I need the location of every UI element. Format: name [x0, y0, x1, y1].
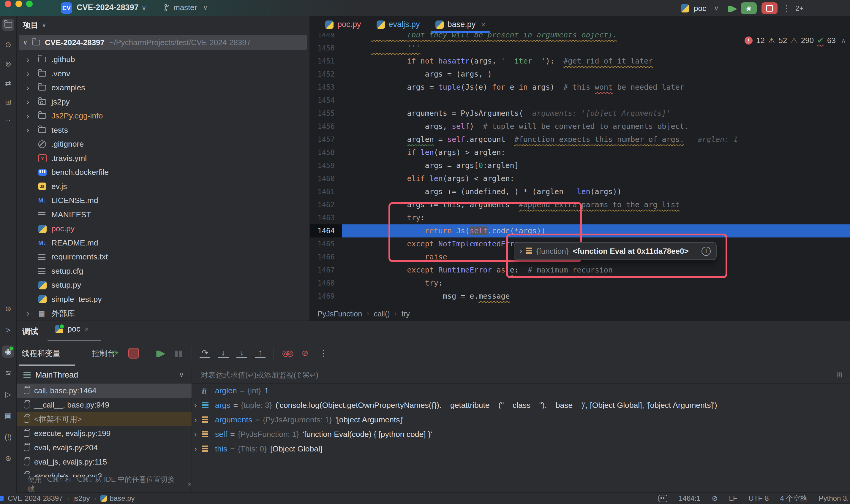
debug-button[interactable]: ◉	[741, 2, 757, 14]
code-line[interactable]: 1454	[310, 94, 850, 107]
tree-item[interactable]: bench.dockerfile	[16, 165, 309, 180]
tree-item[interactable]: M↓README.md	[16, 236, 309, 250]
file-encoding[interactable]: UTF-8	[749, 494, 769, 503]
chevron-collapsed-icon[interactable]: ›	[26, 125, 38, 135]
tree-item[interactable]: ›.github	[16, 53, 309, 67]
variable-row[interactable]: ›this={This: 0}[Object Global]	[192, 442, 850, 456]
run-tool-button[interactable]: ▷	[2, 388, 14, 400]
rerun-button[interactable]: ⟳	[110, 348, 121, 359]
close-icon[interactable]: ×	[481, 20, 485, 29]
more-tool-button[interactable]: ··	[2, 114, 14, 126]
code-line[interactable]: 1460 elif len(args) < arglen:	[310, 172, 850, 185]
close-icon[interactable]: ×	[188, 480, 192, 488]
line-number[interactable]: 1451	[310, 55, 342, 68]
panel-layout-icon[interactable]: ⊞	[836, 371, 842, 379]
tree-item[interactable]: ›js2py	[16, 95, 309, 109]
collapse-icon[interactable]: ∧	[841, 37, 846, 44]
status-path-item[interactable]: CVE-2024-28397	[8, 494, 63, 503]
line-number[interactable]: 1467	[310, 264, 342, 277]
tree-item[interactable]: .gitignore	[16, 137, 309, 151]
highlighting-off-icon[interactable]: ⊘	[712, 494, 718, 503]
more-actions-button[interactable]: ⋮	[782, 3, 791, 13]
code-line[interactable]: 1459 args = args[0:arglen]	[310, 159, 850, 172]
tree-item[interactable]: MANIFEST	[16, 208, 309, 222]
code-line[interactable]: 1461 args += (undefined, ) * (arglen - l…	[310, 185, 850, 198]
debug-tool-button[interactable]: ◉	[2, 345, 14, 358]
tab-threads-variables[interactable]: 线程和变量	[22, 341, 60, 365]
tab-base-py[interactable]: base.py×	[428, 16, 493, 33]
tree-item[interactable]: setup.py	[16, 278, 309, 292]
vcs-update-tool-button[interactable]: ⇄	[2, 77, 14, 89]
run-configuration[interactable]: poc	[694, 4, 706, 13]
pause-button[interactable]: ▮▮	[173, 348, 184, 359]
resume-program-button[interactable]: ▮▶	[728, 4, 736, 13]
tab-poc-py[interactable]: poc.py	[318, 16, 369, 33]
expand-chevron-icon[interactable]: ›	[192, 415, 202, 425]
structure-tool-button[interactable]: ⊞	[2, 96, 14, 108]
project-tool-button[interactable]	[2, 19, 14, 31]
project-panel-header[interactable]: 项目 ∨	[16, 16, 309, 34]
code-line[interactable]: 1456 args, self) # tuple will be convert…	[310, 120, 850, 133]
breadcrumb-item[interactable]: PyJsFunction	[318, 310, 362, 318]
line-number[interactable]: 1452	[310, 68, 342, 81]
caret-position[interactable]: 1464:1	[679, 494, 700, 503]
project-switcher[interactable]: CVE-2024-28397∨	[77, 3, 146, 12]
code-line[interactable]: 1457 arglen = self.argcount #function ex…	[310, 133, 850, 146]
stack-frame[interactable]: eval_js, evaljs.py:115	[16, 455, 192, 469]
project-root-row[interactable]: ∨ CVE-2024-28397 ~/PycharmProjects/test/…	[19, 35, 307, 50]
variable-row[interactable]: ›self={PyJsFunction: 1}'function Eval(co…	[192, 427, 850, 442]
expand-chevron-icon[interactable]: ›	[192, 444, 202, 453]
line-number[interactable]: 1460	[310, 172, 342, 185]
tree-item[interactable]: M↓LICENSE.md	[16, 194, 309, 208]
tree-item[interactable]: poc.py	[16, 222, 309, 236]
stack-frame[interactable]: eval, evaljs.py:204	[16, 440, 192, 455]
tree-item[interactable]: ›Js2Py.egg-info	[16, 109, 309, 123]
version-control-tool-button[interactable]: ⊛	[2, 452, 14, 465]
tree-item[interactable]: setup.cfg	[16, 264, 309, 278]
window-close-button[interactable]	[5, 1, 11, 7]
line-separator[interactable]: LF	[729, 494, 738, 503]
line-number[interactable]: 1449	[310, 33, 342, 41]
mute-breakpoints-button[interactable]: ⊘	[300, 348, 311, 359]
branch-switcher[interactable]: master ∨	[164, 3, 208, 12]
stop-button[interactable]	[128, 348, 139, 359]
code-line[interactable]: 1469 msg = e.message	[310, 290, 850, 303]
problems-tool-button[interactable]: (!)	[2, 431, 14, 443]
code-line[interactable]: 1453 args = tuple(Js(e) for e in args) #…	[310, 81, 850, 94]
code-line[interactable]: 1455 arguments = PyJsArguments( argument…	[310, 107, 850, 120]
inspections-widget[interactable]: !12 ⚠52 ⚠290 ✔63 ∧	[745, 36, 846, 45]
view-breakpoints-button[interactable]: ◎◎	[281, 348, 292, 359]
line-number[interactable]: 1466	[310, 251, 342, 264]
code-with-me-button[interactable]: 2+	[795, 4, 803, 13]
services-tool-button[interactable]: ⊕	[2, 303, 14, 315]
chevron-collapsed-icon[interactable]: ›	[26, 69, 38, 78]
stack-frame[interactable]: <框架不可用>	[16, 412, 192, 426]
window-minimize-button[interactable]	[15, 1, 22, 7]
line-number[interactable]: 1464	[310, 224, 342, 237]
pull-requests-tool-button[interactable]: ⊚	[2, 58, 14, 70]
chevron-collapsed-icon[interactable]: ›	[26, 97, 38, 107]
status-path-item[interactable]: base.py	[110, 494, 135, 503]
stack-frame[interactable]: execute, evaljs.py:199	[16, 426, 192, 440]
code-line[interactable]: 1452 args = (args, )	[310, 68, 850, 81]
line-number[interactable]: 1463	[310, 211, 342, 224]
window-zoom-button[interactable]	[26, 1, 33, 7]
status-path-item[interactable]: js2py	[73, 494, 90, 503]
tree-item[interactable]: ›▤外部库	[16, 306, 309, 321]
tree-item[interactable]: requirements.txt	[16, 250, 309, 264]
terminal-tool-button[interactable]: ▣	[2, 410, 14, 422]
more-button[interactable]: ⋮	[318, 348, 329, 359]
code-line[interactable]: 1451 if not hasattr(args, '__iter__'): #…	[310, 55, 850, 68]
line-number[interactable]: 1455	[310, 107, 342, 120]
thread-selector[interactable]: MainThread ∨	[16, 366, 192, 383]
breadcrumb-item[interactable]: try	[402, 310, 410, 318]
tree-item[interactable]: JSev.js	[16, 180, 309, 194]
expand-chevron-icon[interactable]: ›	[192, 401, 202, 410]
commit-tool-button[interactable]: ⊙	[2, 39, 14, 51]
stack-frame[interactable]: __call__, base.py:949	[16, 398, 192, 412]
code-line[interactable]: 1458 if len(args) > arglen:	[310, 146, 850, 159]
step-over-button[interactable]: ↷	[199, 348, 210, 358]
python-interpreter[interactable]: Python 3.	[819, 494, 849, 503]
tree-item[interactable]: ›tests	[16, 123, 309, 138]
debug-session-tab[interactable]: poc ×	[55, 324, 89, 334]
